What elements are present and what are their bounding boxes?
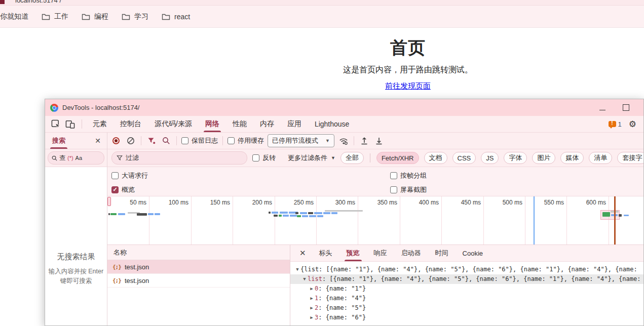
tree-expand-icon[interactable]: ▶	[309, 313, 315, 322]
filter-chip-font[interactable]: 字体	[504, 152, 527, 164]
tab-cookies[interactable]: Cookie	[457, 245, 489, 261]
json-tree-row[interactable]: ▶1: {name: "4"}	[290, 294, 643, 303]
tab-performance[interactable]: 性能	[226, 116, 253, 132]
waterfall-bar	[280, 212, 288, 214]
filter-chip-js[interactable]: JS	[481, 152, 499, 164]
filter-chip-manifest[interactable]: 清单	[589, 152, 612, 164]
waterfall-bar	[274, 215, 278, 217]
timeline-tick-label: 150 ms	[210, 199, 233, 206]
filter-chip-fetch-xhr[interactable]: Fetch/XHR	[376, 152, 419, 164]
search-tabrow: 搜索 ✕	[45, 133, 107, 149]
detail-tabbar: ✕ 标头 预览 响应 启动器 时间 Cookie	[290, 245, 643, 262]
waterfall-bar	[325, 210, 363, 212]
regex-toggle-icon[interactable]: (*)	[67, 155, 73, 161]
tree-expand-icon[interactable]: ▼	[301, 274, 308, 284]
json-tree-row[interactable]: ▶0: {name: "1"}	[290, 284, 643, 294]
bookmark-label: 学习	[134, 12, 148, 21]
bookmark-folder[interactable]: 工作	[42, 12, 68, 21]
tab-application[interactable]: 应用	[281, 116, 308, 132]
search-input[interactable]: 查 (*) Aa	[48, 151, 104, 165]
tab-network[interactable]: 网络	[199, 116, 226, 132]
timeline-overview[interactable]: 50 ms100 ms150 ms200 ms250 ms300 ms350 m…	[107, 196, 643, 245]
big-request-rows-checkbox[interactable]: 大请求行	[111, 171, 148, 180]
filter-chip-media[interactable]: 媒体	[560, 152, 584, 164]
timeline-tick-label: 250 ms	[294, 199, 316, 206]
bookmark-folder[interactable]: 学习	[122, 12, 148, 21]
search-network-icon[interactable]	[161, 135, 172, 146]
filter-input[interactable]: 过滤	[111, 151, 247, 165]
issues-count: 1	[618, 120, 622, 128]
throttling-select[interactable]: 已停用节流模式 ▼	[268, 134, 334, 147]
inspect-element-icon[interactable]	[49, 118, 62, 130]
tab-console[interactable]: 控制台	[113, 116, 148, 132]
filter-chip-css[interactable]: CSS	[452, 152, 476, 164]
tab-lighthouse[interactable]: Lighthouse	[308, 116, 356, 132]
disable-cache-checkbox[interactable]: 停用缓存	[228, 136, 264, 145]
invert-filter-checkbox[interactable]: 反转	[252, 153, 276, 162]
funnel-icon	[117, 155, 123, 161]
screenshots-checkbox[interactable]: 屏幕截图	[390, 185, 427, 194]
record-network-log-icon[interactable]	[110, 135, 122, 146]
json-tree-row-selected[interactable]: ▼list: [{name: "1"}, {name: "4"}, {name:…	[290, 274, 643, 284]
tree-expand-icon[interactable]: ▼	[294, 265, 300, 274]
waterfall-bar	[290, 215, 297, 217]
filter-chip-img[interactable]: 图片	[532, 152, 555, 164]
filter-chip-all[interactable]: 全部	[340, 152, 364, 164]
chrome-icon	[50, 104, 58, 112]
waterfall-bar	[331, 212, 337, 214]
maximize-button[interactable]	[623, 104, 629, 111]
filter-chip-doc[interactable]: 文档	[424, 152, 447, 164]
preserve-log-checkbox[interactable]: 保留日志	[181, 136, 218, 145]
tab-memory[interactable]: 内存	[253, 116, 281, 132]
tree-expand-icon[interactable]: ▶	[309, 294, 315, 303]
discover-page-link[interactable]: 前往发现页面	[385, 82, 431, 90]
tab-sources[interactable]: 源代码/来源	[148, 116, 199, 132]
filter-icon[interactable]	[146, 135, 157, 146]
json-file-icon: {;}	[112, 277, 121, 284]
device-toolbar-icon[interactable]	[63, 118, 77, 130]
request-row[interactable]: {;} test.json	[107, 274, 290, 288]
bookmark-item[interactable]: 你就知道	[0, 12, 28, 21]
export-har-icon[interactable]	[373, 135, 385, 146]
request-detail-pane: ✕ 标头 预览 响应 启动器 时间 Cookie ▼{list: [{name:…	[290, 245, 643, 325]
tab-headers[interactable]: 标头	[313, 245, 338, 261]
divider	[370, 153, 370, 162]
devtools-titlebar[interactable]: DevTools - localhost:5174/	[45, 99, 643, 116]
folder-icon	[162, 13, 170, 20]
folder-icon	[122, 13, 130, 20]
match-case-toggle-icon[interactable]: Aa	[75, 155, 82, 161]
tab-elements[interactable]: 元素	[86, 116, 113, 132]
json-tree-row[interactable]: ▼{list: [{name: "1"}, {name: "4"}, {name…	[290, 265, 643, 274]
tab-search[interactable]: 搜索	[49, 133, 68, 149]
filter-chip-socket[interactable]: 套接字	[617, 152, 643, 164]
timeline-resize-handle[interactable]	[107, 197, 111, 206]
search-icon	[52, 155, 57, 161]
network-options: 大请求行 按帧分组 概览 屏幕截图	[107, 167, 643, 196]
json-tree-row[interactable]: ▶3: {name: "6"}	[290, 313, 643, 322]
close-detail-icon[interactable]: ✕	[294, 249, 311, 258]
waterfall-bar	[323, 212, 330, 214]
bookmark-folder[interactable]: react	[162, 13, 190, 21]
request-row[interactable]: {;} test.json	[107, 260, 290, 274]
settings-gear-icon[interactable]: ⚙	[629, 120, 636, 129]
column-header-name[interactable]: 名称	[107, 245, 290, 260]
json-tree-row[interactable]: ▶2: {name: "5"}	[290, 303, 643, 313]
import-har-icon[interactable]	[359, 135, 370, 146]
timeline-gridline	[358, 196, 358, 244]
minimize-button[interactable]	[599, 105, 605, 110]
tab-response[interactable]: 响应	[368, 245, 393, 261]
close-search-icon[interactable]: ✕	[93, 136, 103, 146]
issues-badge[interactable]: 1	[609, 120, 622, 128]
tab-initiator[interactable]: 启动器	[395, 245, 427, 261]
tree-expand-icon[interactable]: ▶	[309, 284, 315, 294]
group-by-frame-checkbox[interactable]: 按帧分组	[390, 171, 427, 180]
clear-network-log-icon[interactable]	[125, 135, 136, 146]
tab-preview[interactable]: 预览	[340, 245, 366, 261]
tab-timing[interactable]: 时间	[429, 245, 454, 261]
bookmark-folder[interactable]: 编程	[82, 12, 108, 21]
network-conditions-icon[interactable]	[338, 135, 349, 146]
overview-checkbox[interactable]: 概览	[111, 185, 135, 194]
waterfall-bar	[302, 215, 308, 217]
tree-expand-icon[interactable]: ▶	[309, 303, 315, 313]
more-filters-dropdown[interactable]: 更多过滤条件 ▼	[288, 153, 335, 162]
